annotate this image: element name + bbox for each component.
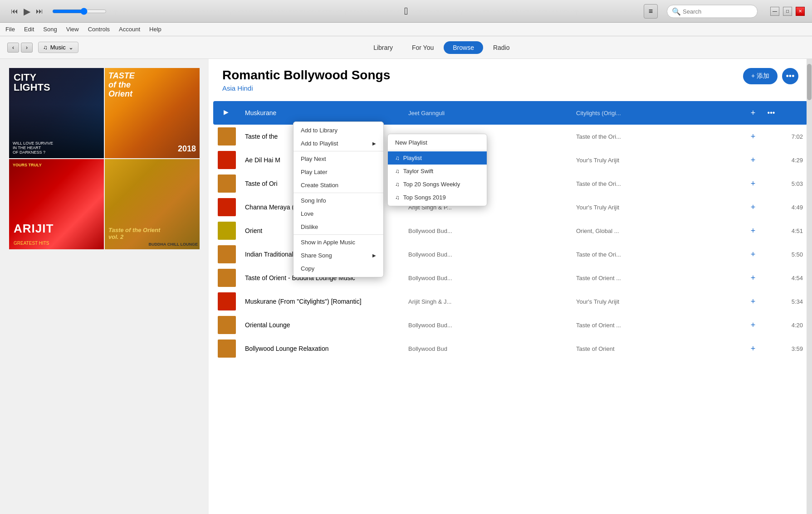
submenu-top-songs-2019[interactable]: ♫ Top Songs 2019 <box>388 191 487 204</box>
table-row[interactable]: Bollywood Lounge Relaxation Bollywood Bu… <box>213 337 807 360</box>
menu-help[interactable]: Help <box>149 26 161 33</box>
add-song-button[interactable]: + <box>744 344 762 354</box>
top-songs-2019-icon: ♫ <box>395 194 400 201</box>
tab-browse[interactable]: Browse <box>444 41 483 54</box>
add-song-button[interactable]: + <box>744 203 762 212</box>
tab-radio[interactable]: Radio <box>484 41 519 54</box>
chevron-down-icon: ⌄ <box>68 44 73 51</box>
menu-edit[interactable]: Edit <box>24 26 34 33</box>
nav-back-button[interactable]: ‹ <box>7 43 19 53</box>
context-copy[interactable]: Copy <box>293 262 383 275</box>
table-row[interactable]: Muskurane (From "Citylights") [Romantic]… <box>213 290 807 313</box>
song-artwork <box>218 269 236 287</box>
menu-song[interactable]: Song <box>43 26 57 33</box>
add-song-button[interactable]: + <box>744 226 762 236</box>
arijit-subtitle: GREATEST HITS <box>14 241 49 246</box>
forward-button[interactable]: ⏭ <box>34 5 45 17</box>
song-album: Your's Truly Arijit <box>576 157 744 164</box>
play-icon: ▶ <box>218 104 234 120</box>
left-panel: CITYLIGHTS WILL LOVE SURVIVEIN THE HEART… <box>0 59 209 514</box>
song-album: Your's Truly Arijit <box>576 204 744 211</box>
maximize-button[interactable]: □ <box>783 7 792 16</box>
song-artist: Bollywood Bud... <box>408 251 576 258</box>
song-options-button[interactable]: ••• <box>762 109 780 117</box>
song-artist: Bollywood Bud... <box>408 275 576 281</box>
search-icon: 🔍 <box>672 7 681 15</box>
song-artwork <box>218 292 236 310</box>
song-artwork <box>218 316 236 334</box>
song-album: Orient, Global ... <box>576 228 744 234</box>
add-song-button[interactable]: + <box>744 250 762 259</box>
submenu-taylor-swift-label: Taylor Swift <box>403 168 433 175</box>
song-duration: 4:29 <box>780 157 803 164</box>
minimize-button[interactable]: — <box>770 7 779 16</box>
add-song-button[interactable]: + <box>744 108 762 118</box>
citylights-title-text: CITYLIGHTS <box>14 73 50 92</box>
add-song-button[interactable]: + <box>744 132 762 141</box>
add-song-button[interactable]: + <box>744 273 762 283</box>
taste-title-text: TASTEof theOrient <box>108 72 135 98</box>
tab-library[interactable]: Library <box>364 41 402 54</box>
submenu-taylor-swift[interactable]: ♫ Taylor Swift <box>388 165 487 178</box>
add-song-button[interactable]: + <box>744 297 762 306</box>
context-add-to-playlist[interactable]: Add to Playlist ▶ <box>293 137 383 150</box>
list-view-button[interactable]: ≡ <box>644 4 658 19</box>
submenu-playlist[interactable]: ♫ Playlist <box>388 151 487 165</box>
add-song-button[interactable]: + <box>744 155 762 165</box>
close-button[interactable]: ✕ <box>796 7 805 16</box>
context-add-to-library[interactable]: Add to Library <box>293 124 383 137</box>
submenu-playlist-label: Playlist <box>403 155 422 161</box>
song-duration: 5:03 <box>780 180 803 187</box>
submenu-divider <box>388 150 487 150</box>
search-box[interactable]: 🔍 <box>667 5 758 18</box>
song-artwork <box>218 175 236 193</box>
song-album: Taste of the Ori... <box>576 133 744 140</box>
add-to-playlist-label: Add to Playlist <box>301 140 338 147</box>
title-bar: ⏮ ▶ ⏭  ≡ 🔍 — □ ✕ <box>0 0 812 23</box>
context-menu-divider3 <box>293 234 383 235</box>
song-album: Taste of Orient <box>576 345 744 352</box>
context-song-info[interactable]: Song Info <box>293 194 383 207</box>
menu-file[interactable]: File <box>5 26 15 33</box>
arijit-label: YOURS TRULY <box>13 163 42 167</box>
song-name: Oriental Lounge <box>240 321 408 329</box>
submenu-arrow-icon: ▶ <box>372 141 376 146</box>
context-show-in-apple-music[interactable]: Show in Apple Music <box>293 236 383 249</box>
add-to-library-button[interactable]: + 添加 <box>743 68 778 84</box>
menu-controls[interactable]: Controls <box>88 26 110 33</box>
taste-year: 2018 <box>178 144 196 154</box>
playlist-header: Romantic Bollywood Songs Asia Hindi + 添加… <box>209 59 812 101</box>
context-create-station[interactable]: Create Station <box>293 179 383 192</box>
playlist-title: Romantic Bollywood Songs <box>222 68 390 82</box>
song-artist: Jeet Gannguli <box>408 110 576 116</box>
submenu-new-playlist[interactable]: New Playlist <box>388 136 487 149</box>
context-share-song[interactable]: Share Song ▶ <box>293 249 383 262</box>
play-button[interactable]: ▶ <box>22 4 32 19</box>
context-play-next[interactable]: Play Next <box>293 152 383 165</box>
menu-view[interactable]: View <box>66 26 79 33</box>
scroll-thumb[interactable] <box>807 64 812 100</box>
share-song-label: Share Song <box>301 252 332 259</box>
context-dislike[interactable]: Dislike <box>293 220 383 233</box>
add-song-button[interactable]: + <box>744 320 762 330</box>
nav-forward-button[interactable]: › <box>21 43 33 53</box>
search-input[interactable] <box>683 8 753 15</box>
top20-weekly-icon: ♫ <box>395 181 400 188</box>
volume-slider[interactable] <box>52 8 107 15</box>
scroll-track[interactable] <box>807 59 812 514</box>
context-love[interactable]: Love <box>293 207 383 220</box>
submenu-top20-weekly[interactable]: ♫ Top 20 Songs Weekly <box>388 178 487 191</box>
playlist-info: Romantic Bollywood Songs Asia Hindi <box>222 68 390 92</box>
album-arijit: YOURS TRULY ARIJIT GREATEST HITS <box>9 159 104 249</box>
add-song-button[interactable]: + <box>744 179 762 189</box>
rewind-button[interactable]: ⏮ <box>9 5 20 17</box>
header-actions: + 添加 ••• <box>743 68 798 84</box>
music-note-icon: ♫ <box>43 44 48 51</box>
context-play-later[interactable]: Play Later <box>293 165 383 179</box>
more-options-button[interactable]: ••• <box>782 68 798 84</box>
music-source-selector[interactable]: ♫ Music ⌄ <box>38 42 78 53</box>
tab-for-you[interactable]: For You <box>403 41 443 54</box>
song-duration: 7:02 <box>780 133 803 140</box>
table-row[interactable]: Oriental Lounge Bollywood Bud... Taste o… <box>213 313 807 337</box>
menu-account[interactable]: Account <box>119 26 140 33</box>
